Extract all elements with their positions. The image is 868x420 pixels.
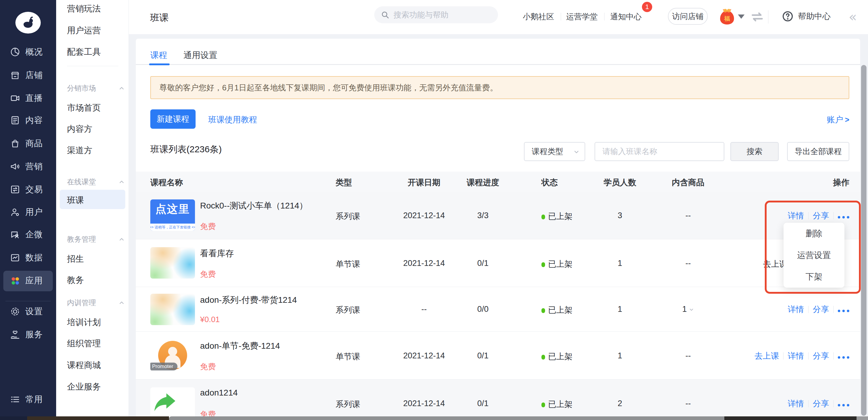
switch-account-icon[interactable] <box>750 10 765 24</box>
course-thumbnail <box>150 387 195 419</box>
sidebar-item-users[interactable]: 用户 <box>0 203 56 221</box>
more-actions-icon[interactable] <box>838 307 849 312</box>
share-link[interactable]: 分享 <box>813 210 829 221</box>
sidebar-item-marketing[interactable]: 营销 <box>0 158 56 175</box>
student-count: 1 <box>597 351 643 361</box>
question-circle-icon <box>782 10 794 22</box>
global-search-input[interactable] <box>394 10 493 20</box>
course-date: 2021-12-14 <box>401 351 447 361</box>
analytics-icon <box>10 252 21 263</box>
chevron-up-icon <box>118 85 125 91</box>
course-name[interactable]: Rock0--测试小车单（1214） <box>200 200 308 212</box>
vertical-scrollbar[interactable] <box>861 65 867 416</box>
table-row[interactable]: 点这里 >> 请稍等，正在下发链接 << Rock0--测试小车单（1214） … <box>136 192 860 239</box>
collapse-panel-icon[interactable]: « <box>849 9 857 25</box>
submenu-item-market-home[interactable]: 市场首页 <box>67 102 101 114</box>
sidebar-item-live[interactable]: 直播 <box>0 89 56 107</box>
submenu-group-online-class[interactable]: 在线课堂 <box>67 177 125 187</box>
table-row[interactable]: adon-系列-付费-带货1214 ¥0.01 系列课 -- 0/0 已上架 1… <box>136 287 860 332</box>
export-courses-button[interactable]: 导出全部课程 <box>787 142 849 161</box>
more-actions-icon[interactable] <box>838 353 849 359</box>
gear-icon <box>10 306 21 317</box>
link-community[interactable]: 小鹅社区 <box>523 11 554 22</box>
menu-item-delete[interactable]: 删除 <box>783 223 844 245</box>
menu-item-take-down[interactable]: 下架 <box>783 266 844 288</box>
new-course-button[interactable]: 新建课程 <box>150 109 195 129</box>
submenu-item-academic-affairs[interactable]: 教务 <box>67 274 84 286</box>
table-row[interactable]: Promoter adon-单节-免费-1214 免费 单节课 2021-12-… <box>136 332 860 380</box>
included-products-expandable[interactable]: 1 <box>665 305 711 314</box>
sidebar-item-settings[interactable]: 设置 <box>0 303 56 320</box>
submenu-item-enterprise-service[interactable]: 企业服务 <box>67 381 101 392</box>
xiaoe-logo[interactable] <box>15 11 41 34</box>
more-actions-icon[interactable] <box>838 401 849 407</box>
course-name[interactable]: adon1214 <box>200 388 238 398</box>
global-search[interactable] <box>374 6 498 23</box>
course-status: 已上架 <box>541 211 572 222</box>
link-notification-center[interactable]: 通知中心 <box>610 11 642 22</box>
submenu-divider <box>67 66 118 66</box>
help-center[interactable]: 帮助中心 <box>782 10 831 22</box>
sidebar-item-trade[interactable]: 交易 <box>0 180 56 198</box>
share-link[interactable]: 分享 <box>813 304 829 315</box>
link-operation-school[interactable]: 运营学堂 <box>566 11 597 22</box>
sidebar-item-apps[interactable]: 应用 <box>0 272 56 290</box>
submenu-item-banke-active[interactable]: 班课 <box>67 195 84 206</box>
submenu-item-course-mall[interactable]: 课程商城 <box>67 360 101 371</box>
submenu-item-channel-party[interactable]: 渠道方 <box>67 145 92 156</box>
course-name-input[interactable] <box>595 142 724 161</box>
sidebar-item-overview[interactable]: 概况 <box>0 43 56 61</box>
avatar-lucky-bag[interactable]: 福 <box>719 7 735 25</box>
sidebar-divider <box>5 301 51 301</box>
course-name[interactable]: adon-系列-付费-带货1214 <box>200 294 297 306</box>
sidebar-item-frequent[interactable]: 常用 <box>0 390 56 409</box>
course-date: 2021-12-14 <box>401 399 447 408</box>
account-link[interactable]: 账户 > <box>827 114 849 125</box>
search-button[interactable]: 搜索 <box>731 142 779 161</box>
sidebar-item-goods[interactable]: 商品 <box>0 135 56 152</box>
col-type: 类型 <box>336 177 352 188</box>
course-progress: 0/1 <box>460 351 505 361</box>
more-actions-icon[interactable] <box>838 213 849 219</box>
share-link[interactable]: 分享 <box>813 398 829 409</box>
tab-general-settings[interactable]: 通用设置 <box>184 50 217 61</box>
chevron-down-icon <box>573 149 580 155</box>
course-type-select[interactable]: 课程类型 <box>524 142 585 161</box>
sidebar-item-qiwei[interactable]: 企微 <box>0 225 56 244</box>
detail-link[interactable]: 详情 <box>788 304 804 315</box>
submenu-item-content-party[interactable]: 内容方 <box>67 123 92 135</box>
status-dot <box>541 215 545 219</box>
table-row[interactable]: 看看库存 免费 单节课 2021-12-14 0/1 已上架 1 -- 去上课 <box>136 239 860 287</box>
submenu-item-user-operation[interactable]: 用户运营 <box>67 25 101 36</box>
submenu-item-enrollment[interactable]: 招生 <box>67 253 84 265</box>
submenu-item-org-management[interactable]: 组织管理 <box>67 338 101 349</box>
course-type: 系列课 <box>336 211 360 222</box>
pie-chart-icon <box>10 47 21 57</box>
detail-link[interactable]: 详情 <box>788 398 804 409</box>
status-dot <box>541 308 545 313</box>
submenu-item-marketing-play[interactable]: 营销玩法 <box>67 3 101 15</box>
avatar-caret-down-icon[interactable] <box>738 15 745 19</box>
sidebar-item-shop[interactable]: 店铺 <box>0 66 56 84</box>
go-to-class-link[interactable]: 去上课 <box>754 351 779 361</box>
tab-courses[interactable]: 课程 <box>150 50 167 61</box>
tutorial-link[interactable]: 班课使用教程 <box>208 114 257 125</box>
table-row[interactable]: adon1214 免费 系列课 2021-12-14 0/1 已上架 2 -- … <box>136 380 860 420</box>
sidebar-item-service[interactable]: 服务 <box>0 326 56 343</box>
course-name[interactable]: adon-单节-免费-1214 <box>200 340 280 352</box>
course-name[interactable]: 看看库存 <box>200 248 234 259</box>
detail-link[interactable]: 详情 <box>788 351 804 361</box>
submenu-group-academic[interactable]: 教务管理 <box>67 234 125 244</box>
submenu-group-internal-training[interactable]: 内训管理 <box>67 298 125 308</box>
col-students: 学员人数 <box>597 177 643 188</box>
submenu-item-tools[interactable]: 配套工具 <box>67 46 101 58</box>
col-actions: 操作 <box>833 177 849 188</box>
detail-link[interactable]: 详情 <box>788 210 804 221</box>
visit-shop-button[interactable]: 访问店铺 <box>668 8 708 25</box>
submenu-group-distribution[interactable]: 分销市场 <box>67 83 125 93</box>
share-link[interactable]: 分享 <box>813 351 829 361</box>
menu-item-operation-settings[interactable]: 运营设置 <box>783 245 844 266</box>
sidebar-item-content[interactable]: 内容 <box>0 111 56 129</box>
submenu-item-training-plan[interactable]: 培训计划 <box>67 317 101 328</box>
sidebar-item-data[interactable]: 数据 <box>0 249 56 267</box>
